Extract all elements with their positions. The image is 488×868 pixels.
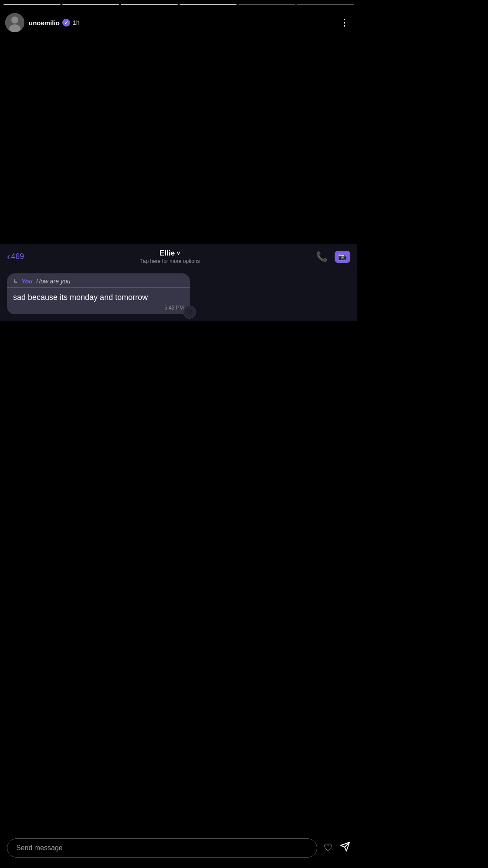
chat-messages: ↳ You How are you sad because its monday…: [0, 268, 357, 321]
username: unoemilio: [29, 19, 60, 27]
send-button[interactable]: [340, 841, 350, 855]
progress-bar-2: [62, 4, 119, 5]
contact-name: Ellie: [159, 249, 175, 258]
video-call-button[interactable]: 📷: [335, 251, 350, 263]
message-input-placeholder: Send message: [16, 844, 63, 851]
message-content: sad because its monday and tomorrow 5:42…: [7, 288, 190, 314]
heart-reaction-icon: ♡: [187, 309, 193, 316]
time-ago: 1h: [73, 19, 80, 26]
reply-header: ↳ You How are you: [7, 273, 190, 288]
heart-reaction[interactable]: ♡: [183, 306, 196, 319]
chat-overlay: ‹ 469 Ellie ∨ Tap here for more options …: [0, 244, 357, 321]
message-time: 5:42 PM: [13, 305, 184, 311]
action-icons: ♡: [323, 841, 350, 855]
svg-point-1: [11, 17, 18, 24]
phone-icon[interactable]: 📞: [316, 251, 328, 262]
progress-bar-4: [180, 4, 237, 5]
progress-bar-3: [121, 4, 178, 5]
avatar[interactable]: [5, 13, 24, 32]
more-options-button[interactable]: ⋮: [338, 15, 352, 30]
chat-name: Ellie ∨: [24, 249, 316, 258]
chat-actions: 📞 📷: [316, 251, 350, 263]
chat-nav: ‹ 469 Ellie ∨ Tap here for more options …: [0, 244, 357, 268]
back-button[interactable]: ‹ 469: [7, 251, 24, 262]
progress-bar-6: [297, 4, 354, 5]
message-bubble: ↳ You How are you sad because its monday…: [7, 273, 190, 314]
message-text: sad because its monday and tomorrow: [13, 292, 184, 303]
back-chevron: ‹: [7, 251, 10, 262]
story-header: unoemilio 1h ⋮: [0, 10, 357, 36]
chat-subtitle: Tap here for more options: [24, 258, 316, 264]
message-input[interactable]: Send message: [7, 838, 317, 858]
reply-text: How are you: [36, 278, 71, 285]
progress-bars: [3, 4, 354, 5]
reply-arrow-icon: ↳: [13, 278, 18, 285]
like-button[interactable]: ♡: [323, 842, 333, 854]
back-count: 469: [11, 252, 24, 261]
avatar-image: [5, 13, 24, 32]
progress-bar-5: [238, 4, 295, 5]
verified-badge: [62, 19, 70, 27]
bottom-bar: Send message ♡: [0, 832, 357, 868]
chevron-down-icon: ∨: [176, 250, 180, 256]
video-icon: 📷: [338, 252, 347, 261]
chat-title-area[interactable]: Ellie ∨ Tap here for more options: [24, 249, 316, 264]
progress-bar-1: [3, 4, 61, 5]
header-info: unoemilio 1h: [29, 19, 338, 27]
reply-sender: You: [21, 278, 33, 285]
